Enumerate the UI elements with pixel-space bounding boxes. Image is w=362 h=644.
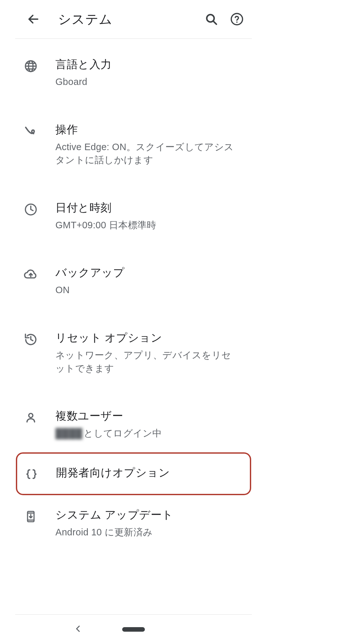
cloud-upload-icon [23,267,39,282]
setting-title: 開発者向けオプション [56,465,237,480]
setting-title: バックアップ [55,265,238,280]
setting-item-developer-options[interactable]: 開発者向けオプション [17,454,250,494]
help-icon [230,12,244,26]
setting-title: システム アップデート [55,507,238,522]
search-icon [204,12,218,26]
setting-title: リセット オプション [55,330,238,345]
chevron-left-icon [74,624,83,633]
page-title: システム [58,10,204,28]
clock-icon [23,202,39,217]
svg-point-4 [236,21,238,23]
globe-icon [23,58,39,74]
setting-subtitle: ████としてログイン中 [55,427,238,440]
arrow-back-icon [27,13,40,26]
settings-list: 言語と入力 Gboard 操作 Active Edge: ON。スクイーズしてア… [15,39,252,549]
setting-item-backup[interactable]: バックアップ ON [15,255,252,307]
setting-title: 日付と時刻 [55,200,238,215]
setting-subtitle: ON [55,283,238,297]
setting-subtitle: GMT+09:00 日本標準時 [55,219,238,232]
setting-subtitle: Android 10 に更新済み [55,526,238,539]
setting-title: 言語と入力 [55,57,238,72]
setting-title: 操作 [55,122,238,137]
person-icon [23,410,39,425]
setting-item-gestures[interactable]: 操作 Active Edge: ON。スクイーズしてアシスタントに話しかけます [15,112,252,177]
svg-line-2 [213,21,216,24]
nav-home-pill[interactable] [122,627,145,632]
braces-icon [24,467,39,482]
restore-icon [23,332,39,347]
squiggle-icon [23,124,39,139]
app-bar: システム [15,0,252,39]
system-update-icon [23,509,39,524]
setting-item-reset[interactable]: リセット オプション ネットワーク、アプリ、デバイスをリセットできます [15,320,252,385]
back-button[interactable] [23,13,44,26]
setting-title: 複数ユーザー [55,409,238,423]
setting-item-multiple-users[interactable]: 複数ユーザー ████としてログイン中 [15,398,252,450]
help-button[interactable] [230,12,244,26]
setting-item-date-time[interactable]: 日付と時刻 GMT+09:00 日本標準時 [15,190,252,242]
redacted-username: ████ [55,427,84,440]
setting-subtitle: Active Edge: ON。スクイーズしてアシスタントに話しかけます [55,140,238,167]
setting-item-language-input[interactable]: 言語と入力 Gboard [15,47,252,99]
setting-subtitle: Gboard [55,75,238,89]
nav-back-button[interactable] [74,624,83,635]
highlight-developer-options: 開発者向けオプション [16,452,251,495]
system-navigation-bar [15,614,252,644]
svg-point-10 [29,413,33,418]
search-button[interactable] [204,12,218,26]
setting-subtitle: ネットワーク、アプリ、デバイスをリセットできます [55,349,238,375]
setting-item-system-update[interactable]: システム アップデート Android 10 に更新済み [15,497,252,549]
